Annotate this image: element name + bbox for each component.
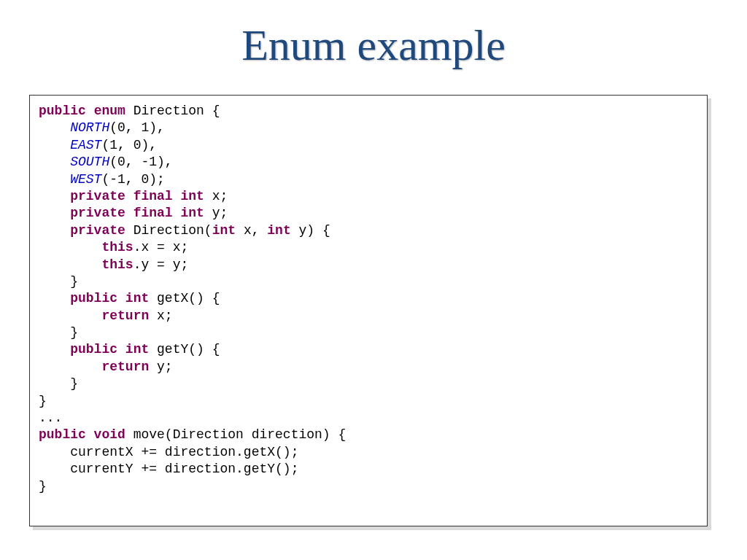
code-token — [39, 172, 70, 187]
code-token: currentX += direction.getX(); — [39, 445, 298, 459]
code-token: this — [101, 257, 133, 272]
code-token: y; — [212, 206, 228, 220]
code-token: NORTH — [70, 120, 109, 135]
code-token: Direction { — [133, 104, 220, 118]
slide-title: Enum example — [0, 0, 747, 84]
code-token: (0, -1), — [109, 155, 172, 169]
code-token: move(Direction direction) { — [133, 427, 347, 442]
code-token: x; — [212, 189, 228, 203]
slide: Enum example public enum Direction { NOR… — [0, 0, 747, 560]
code-token: return — [101, 308, 157, 323]
code-token: int — [212, 223, 244, 238]
code-token: y) { — [299, 223, 330, 238]
code-token — [39, 138, 70, 152]
code-token: y; — [157, 359, 173, 374]
code-token: public — [39, 104, 94, 118]
code-token: return — [101, 359, 157, 374]
code-token: x, — [244, 223, 267, 238]
code-block: public enum Direction { NORTH(0, 1), EAS… — [29, 95, 708, 526]
code-token — [39, 155, 70, 169]
code-token — [39, 206, 70, 220]
code-token — [39, 120, 70, 135]
code-token — [39, 291, 70, 306]
code-token: enum — [94, 104, 133, 118]
code-token: .x = x; — [133, 240, 189, 254]
code-token: getX() { — [157, 291, 220, 306]
code-token — [39, 189, 70, 203]
code-token: } — [39, 376, 78, 391]
code-token — [39, 240, 101, 254]
code-token: .y = y; — [133, 257, 189, 272]
code-token: public int — [70, 291, 157, 306]
code-token: int — [267, 223, 298, 238]
code-token: private final int — [70, 206, 212, 220]
code-token: this — [101, 240, 133, 254]
code-token: public void — [39, 427, 133, 442]
code-token — [39, 342, 70, 357]
code-token: (0, 1), — [109, 120, 165, 135]
code-token: (-1, 0); — [101, 172, 164, 187]
code-token: private — [70, 223, 133, 238]
code-token — [39, 359, 101, 374]
code-token: (1, 0), — [101, 138, 157, 152]
code-token: } — [39, 274, 78, 289]
code-token: x; — [157, 308, 173, 323]
code-token: Direction( — [133, 223, 212, 238]
code-token: public int — [70, 342, 157, 357]
code-token: } — [39, 394, 47, 408]
code-token — [39, 308, 101, 323]
code-token: ... — [39, 411, 62, 425]
code-token: currentY += direction.getY(); — [39, 462, 298, 476]
code-token — [39, 257, 101, 272]
code-token: SOUTH — [70, 155, 109, 169]
code-token — [39, 223, 70, 238]
code-token: WEST — [70, 172, 101, 187]
code-token: getY() { — [157, 342, 220, 357]
code-token: private final int — [70, 189, 212, 203]
code-token: } — [39, 479, 47, 494]
code-token: EAST — [70, 138, 101, 152]
code-token: } — [39, 325, 78, 340]
